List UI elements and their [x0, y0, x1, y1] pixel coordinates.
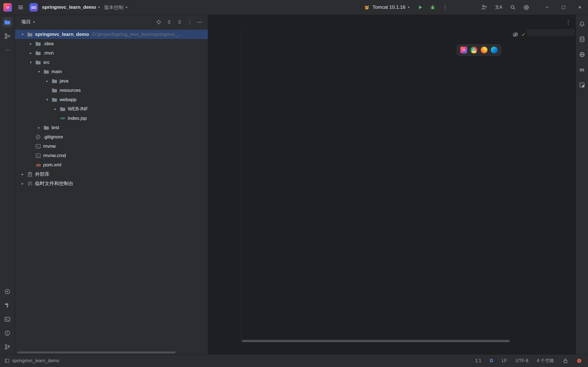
collapse-chevron-icon[interactable]: ▾ — [19, 32, 26, 36]
tree-item-main[interactable]: ▾main — [15, 67, 208, 76]
build-tool-icon[interactable] — [3, 301, 12, 310]
minimap[interactable] — [527, 29, 575, 36]
file-encoding[interactable]: UTF-8 — [515, 358, 528, 363]
maximize-button[interactable]: □ — [555, 0, 572, 15]
tree-item-label: .mvn — [43, 50, 54, 56]
folder-file-icon — [26, 32, 34, 37]
library-file-icon — [26, 171, 34, 177]
endpoints-globe-icon[interactable] — [577, 50, 587, 59]
play-icon — [417, 5, 423, 10]
more-tools-icon[interactable]: ⋯ — [3, 45, 12, 55]
collapse-chevron-icon[interactable]: ▾ — [35, 70, 43, 74]
tree-item-label: test — [51, 125, 59, 131]
tree-item-临时文件和控制台[interactable]: ▸临时文件和控制台 — [15, 179, 208, 188]
line-separator[interactable]: LF — [502, 358, 507, 363]
tool-window-title[interactable]: 项目 ▾ — [21, 19, 35, 25]
firefox-icon[interactable] — [481, 47, 487, 53]
structure-tool-icon[interactable] — [3, 31, 12, 41]
expand-all-icon[interactable] — [166, 19, 172, 25]
debug-button[interactable] — [428, 3, 437, 12]
tree-item-index.jsp[interactable]: JSPindex.jsp — [15, 114, 208, 123]
tree-item-外部库[interactable]: ▸外部库 — [15, 170, 208, 179]
expand-chevron-icon[interactable]: ▸ — [35, 125, 43, 130]
locate-file-icon[interactable] — [156, 19, 162, 25]
artifacts-tool-icon[interactable] — [577, 80, 587, 90]
tool-windows-icon[interactable] — [5, 358, 10, 363]
chevron-down-icon: ▾ — [98, 5, 100, 9]
hide-panel-icon[interactable]: — — [197, 19, 202, 25]
editor-options-icon[interactable]: ⋮ — [564, 17, 573, 27]
folder-file-icon — [51, 97, 58, 103]
tree-item-label: index.jsp — [68, 116, 87, 121]
run-widget: Tomcat 10.1.16 ▾ ⋮ — [361, 2, 450, 12]
tree-item-WEB-INF[interactable]: ▸WEB-INF — [15, 104, 208, 114]
lock-icon[interactable] — [563, 358, 568, 364]
vcs-selector[interactable]: 版本控制 ▾ — [104, 4, 127, 11]
collapse-chevron-icon[interactable]: ▾ — [27, 60, 34, 64]
editor[interactable]: ✓ IJ — [208, 29, 576, 344]
tree-item-java[interactable]: ▸java — [15, 76, 208, 86]
built-in-browser-icon[interactable]: IJ — [460, 47, 467, 53]
horizontal-scrollbar[interactable] — [17, 351, 175, 353]
project-badge-icon[interactable]: SD — [29, 3, 38, 12]
tree-item-.gitignore[interactable]: .gitignore — [15, 132, 208, 142]
grazie-icon[interactable]: G — [490, 358, 493, 363]
expand-chevron-icon[interactable]: ▸ — [52, 107, 59, 111]
tree-item-mvnw.cmd[interactable]: mvnw.cmd — [15, 151, 208, 160]
database-tool-icon[interactable] — [577, 34, 587, 44]
tree-item-.idea[interactable]: ▸.idea — [15, 39, 208, 48]
horizontal-scrollbar[interactable] — [242, 340, 510, 342]
tree-item-mvnw[interactable]: mvnw — [15, 142, 208, 151]
run-button[interactable] — [416, 3, 425, 12]
chevron-down-icon: ▾ — [408, 5, 410, 9]
tree-item-.mvn[interactable]: ▸.mvn — [15, 48, 208, 58]
tree-item-label: springmvc_learn_demo — [35, 32, 89, 37]
services-tool-icon[interactable] — [3, 287, 12, 296]
tomcat-icon — [364, 4, 370, 10]
inspections-widget[interactable]: ✓ — [512, 31, 526, 38]
more-actions-button[interactable]: ⋮ — [441, 2, 450, 12]
tree-item-label: resources — [60, 88, 81, 93]
caret-position[interactable]: 1:1 — [475, 358, 481, 363]
expand-chevron-icon[interactable]: ▸ — [27, 51, 34, 55]
edge-icon[interactable] — [491, 47, 498, 53]
settings-gear-icon[interactable] — [522, 3, 531, 12]
project-name: springmvc_learn_demo — [42, 5, 96, 10]
expand-chevron-icon[interactable]: ▸ — [43, 79, 51, 83]
minimize-button[interactable]: − — [539, 0, 555, 15]
collapse-chevron-icon[interactable]: ▾ — [43, 97, 51, 102]
status-alert-icon[interactable] — [577, 358, 582, 363]
problems-tool-icon[interactable] — [3, 328, 12, 338]
search-icon[interactable] — [508, 3, 517, 12]
expand-chevron-icon[interactable]: ▸ — [19, 181, 26, 186]
tree-item-pom.xml[interactable]: mpom.xml — [15, 160, 208, 170]
maven-tool-icon[interactable]: m — [577, 65, 587, 75]
shell-file-icon — [34, 144, 42, 149]
code-with-me-icon[interactable] — [479, 3, 489, 12]
notifications-bell-icon[interactable] — [577, 19, 587, 29]
project-tool-icon[interactable] — [3, 18, 12, 27]
terminal-tool-icon[interactable] — [3, 314, 12, 324]
project-selector[interactable]: springmvc_learn_demo ▾ — [42, 5, 100, 10]
tree-item-label: mvnw.cmd — [43, 153, 66, 158]
git-tool-icon[interactable] — [3, 342, 12, 352]
main-menu-button[interactable] — [16, 3, 25, 12]
tree-item-springmvc_learn_demo[interactable]: ▾springmvc_learn_demoD:\project\spring_m… — [15, 30, 208, 39]
tree-item-src[interactable]: ▾src — [15, 58, 208, 67]
tree-item-resources[interactable]: resources — [15, 86, 208, 95]
editor-tab-bar: ⋮ — [208, 15, 576, 29]
expand-chevron-icon[interactable]: ▸ — [27, 42, 34, 46]
close-button[interactable]: × — [572, 0, 588, 15]
panel-options-icon[interactable]: ⋮ — [187, 19, 192, 25]
translate-icon[interactable]: 文A — [493, 3, 504, 12]
tree-item-label: mvnw — [43, 144, 56, 149]
tree-item-test[interactable]: ▸test — [15, 123, 208, 132]
project-tree: ▾springmvc_learn_demoD:\project\spring_m… — [15, 29, 208, 354]
expand-chevron-icon[interactable]: ▸ — [19, 172, 26, 176]
tree-item-label: java — [60, 78, 68, 84]
tree-item-webapp[interactable]: ▾webapp — [15, 95, 208, 104]
chrome-icon[interactable] — [471, 47, 477, 53]
collapse-all-icon[interactable] — [177, 19, 182, 25]
run-config-selector[interactable]: Tomcat 10.1.16 ▾ — [361, 3, 412, 12]
indent-config[interactable]: 4 个空格 — [537, 358, 554, 364]
